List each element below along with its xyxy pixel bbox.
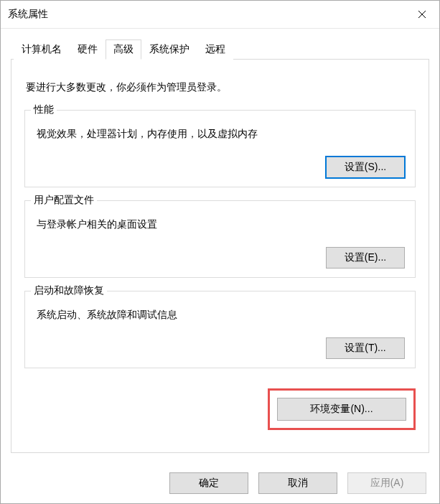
user-profiles-settings-button[interactable]: 设置(E)...: [326, 247, 405, 269]
group-startup-recovery-legend: 启动和故障恢复: [31, 284, 107, 297]
cancel-button[interactable]: 取消: [258, 472, 337, 494]
group-user-profiles-legend: 用户配置文件: [31, 194, 97, 207]
group-performance-legend: 性能: [31, 103, 57, 116]
system-properties-window: 系统属性 计算机名 硬件 高级 系统保护 远程 要进行大多数更改，你必须作为管理…: [0, 0, 440, 504]
close-icon: [418, 10, 426, 19]
dialog-footer: 确定 取消 应用(A): [1, 463, 439, 503]
tab-hardware[interactable]: 硬件: [70, 39, 106, 60]
group-startup-recovery-description: 系统启动、系统故障和调试信息: [37, 309, 405, 322]
startup-recovery-settings-button[interactable]: 设置(T)...: [326, 337, 405, 359]
tab-advanced[interactable]: 高级: [106, 39, 141, 60]
tab-computer-name[interactable]: 计算机名: [14, 39, 70, 60]
group-user-profiles: 用户配置文件 与登录帐户相关的桌面设置 设置(E)...: [24, 200, 416, 278]
admin-note: 要进行大多数更改，你必须作为管理员登录。: [26, 81, 414, 94]
environment-variables-highlight: 环境变量(N)...: [268, 388, 416, 430]
group-performance: 性能 视觉效果，处理器计划，内存使用，以及虚拟内存 设置(S)...: [24, 110, 416, 187]
group-startup-recovery: 启动和故障恢复 系统启动、系统故障和调试信息 设置(T)...: [24, 291, 416, 368]
client-area: 计算机名 硬件 高级 系统保护 远程 要进行大多数更改，你必须作为管理员登录。 …: [1, 29, 439, 463]
tabstrip: 计算机名 硬件 高级 系统保护 远程: [11, 39, 429, 60]
ok-button[interactable]: 确定: [169, 472, 248, 494]
group-performance-description: 视觉效果，处理器计划，内存使用，以及虚拟内存: [37, 128, 405, 141]
environment-variables-row: 环境变量(N)...: [24, 388, 416, 430]
group-user-profiles-description: 与登录帐户相关的桌面设置: [37, 218, 405, 231]
environment-variables-button[interactable]: 环境变量(N)...: [277, 398, 406, 421]
tab-system-protection[interactable]: 系统保护: [141, 39, 197, 60]
apply-button[interactable]: 应用(A): [347, 472, 426, 494]
close-button[interactable]: [405, 1, 439, 28]
tab-remote[interactable]: 远程: [197, 39, 233, 60]
titlebar: 系统属性: [1, 1, 439, 29]
window-title: 系统属性: [8, 8, 48, 21]
performance-settings-button[interactable]: 设置(S)...: [326, 157, 405, 178]
tabpanel-advanced: 要进行大多数更改，你必须作为管理员登录。 性能 视觉效果，处理器计划，内存使用，…: [11, 59, 429, 453]
